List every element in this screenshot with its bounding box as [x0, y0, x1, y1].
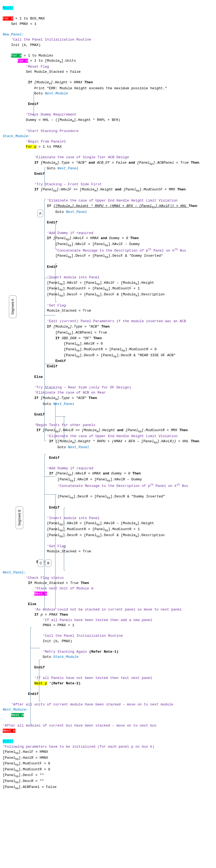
label-init: Init: — [3, 739, 13, 743]
segment-c-tag: C — [38, 559, 44, 567]
segment-b-label: Segment B — [16, 506, 23, 529]
next-module-loop: Next m — [11, 713, 24, 717]
next-bus-loop: Next k — [3, 729, 15, 733]
label-stack-module: Stack_Module: — [3, 134, 30, 138]
next-panel-loop: Next p — [34, 681, 47, 685]
label-main: Main: — [3, 6, 13, 10]
segment-a-label: Segment A — [9, 296, 16, 318]
for-panel-loop: For p — [26, 145, 36, 149]
segment-a-tag: A — [37, 210, 43, 217]
for-unit-loop: For u — [17, 59, 28, 63]
next-unit: Next u — [34, 592, 47, 596]
for-bus-loop: For k — [3, 17, 13, 21]
code-block: Main: For k = 1 to BUS_MAX Set PMAX = 1 … — [3, 5, 213, 790]
for-module-loop: For m — [11, 54, 22, 58]
label-next-module: Next_Module: — [3, 708, 28, 712]
pseudocode-document: A Segment A Segment B B C Main: For k = … — [3, 5, 213, 790]
segment-b-tag: B — [45, 559, 51, 567]
label-new-panel: New_Panel: — [3, 32, 24, 36]
label-next-panel: Next_Panel: — [3, 570, 26, 575]
